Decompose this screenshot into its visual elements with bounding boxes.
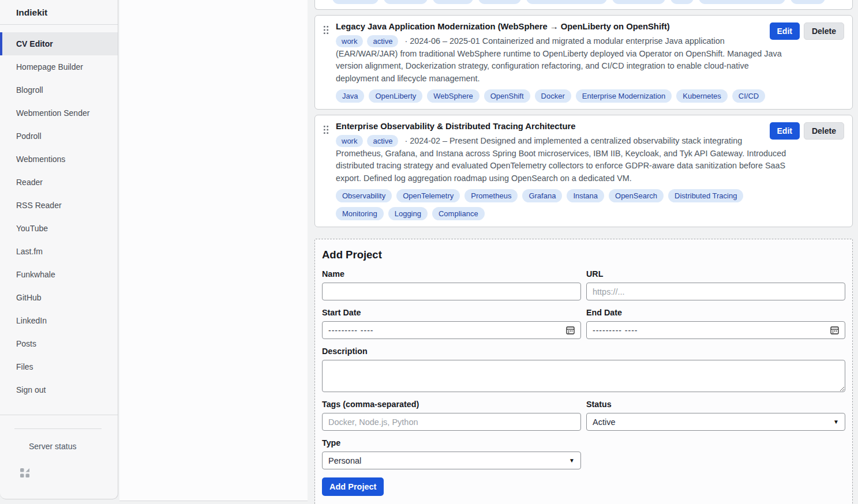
sidebar-item-last-fm[interactable]: Last.fm: [0, 240, 118, 263]
tag-pill-fragment: [699, 0, 785, 4]
delete-button[interactable]: Delete: [804, 122, 844, 140]
end-date-field-group: End Date --------- ----: [586, 308, 845, 339]
project-tag-list: ObservabilityOpenTelemetryPrometheusGraf…: [336, 189, 786, 220]
project-meta: workactive · 2024-02 – Present Designed …: [336, 135, 786, 185]
tag-pill: Enterprise Modernization: [576, 89, 672, 103]
sidebar-item-youtube[interactable]: YouTube: [0, 217, 118, 240]
tag-pill: Prometheus: [464, 189, 518, 202]
name-input[interactable]: [322, 283, 581, 300]
badge-work: work: [336, 135, 363, 147]
sidebar-item-label: YouTube: [16, 224, 48, 233]
sidebar-item-label: CV Editor: [16, 39, 53, 48]
tag-pill: OpenLiberty: [369, 89, 422, 103]
tag-pill: Grafana: [522, 189, 562, 202]
name-field-group: Name: [322, 269, 581, 300]
project-description: · 2024-06 – 2025-01 Containerized and mi…: [336, 36, 782, 83]
tag-pill-fragment: [790, 0, 825, 4]
chevron-down-icon: ▼: [833, 419, 839, 425]
drag-handle-icon[interactable]: [323, 25, 329, 35]
sidebar-item-label: Posts: [16, 339, 36, 348]
end-date-input[interactable]: --------- ----: [586, 321, 845, 339]
sidebar-item-label: Funkwhale: [16, 270, 55, 279]
badge-active: active: [367, 35, 398, 47]
tag-pill-fragment: [670, 0, 694, 4]
project-tag-list: JavaOpenLibertyWebSphereOpenShiftDockerE…: [336, 89, 786, 103]
sidebar-footer-divider: [14, 428, 102, 429]
project-title: Enterprise Observability & Distributed T…: [336, 121, 844, 132]
tag-pill: Java: [336, 89, 364, 103]
project-description: · 2024-02 – Present Designed and impleme…: [336, 136, 786, 183]
drag-handle-icon[interactable]: [323, 125, 329, 134]
start-date-placeholder: --------- ----: [328, 326, 374, 335]
sidebar-item-label: Homepage Builder: [16, 62, 83, 72]
app-title: Indiekit: [0, 0, 118, 25]
tags-field-group: Tags (comma-separated): [322, 400, 581, 431]
sidebar-item-label: Webmentions: [16, 155, 65, 164]
indiekit-logo-icon: [20, 468, 29, 477]
edit-button[interactable]: Edit: [770, 122, 800, 140]
tag-pill: OpenShift: [484, 89, 530, 103]
sidebar-item-blogroll[interactable]: Blogroll: [0, 78, 118, 101]
calendar-icon[interactable]: [830, 326, 839, 334]
sidebar-item-homepage-builder[interactable]: Homepage Builder: [0, 55, 118, 78]
sidebar-item-label: Blogroll: [16, 85, 43, 95]
sidebar-item-webmention-sender[interactable]: Webmention Sender: [0, 101, 118, 125]
sidebar-item-podroll[interactable]: Podroll: [0, 125, 118, 148]
add-project-form: Add Project Name URL Start Date --------…: [314, 239, 853, 504]
tags-input[interactable]: [322, 413, 581, 431]
project-list: Legacy Java Application Modernization (W…: [314, 15, 853, 227]
form-heading: Add Project: [322, 249, 845, 261]
tags-label: Tags (comma-separated): [322, 400, 581, 409]
description-label: Description: [322, 347, 845, 356]
tag-pill: Instana: [567, 189, 604, 202]
tag-pill: Monitoring: [336, 207, 384, 220]
sidebar-item-label: Podroll: [16, 131, 42, 141]
badge-active: active: [367, 135, 398, 147]
type-select[interactable]: Personal ▼: [322, 452, 581, 469]
chevron-down-icon: ▼: [569, 457, 575, 464]
sidebar-item-rss-reader[interactable]: RSS Reader: [0, 194, 118, 217]
sidebar-item-label: RSS Reader: [16, 201, 62, 210]
calendar-icon[interactable]: [566, 326, 575, 334]
type-field-group: Type Personal ▼: [322, 438, 581, 469]
sidebar-item-webmentions[interactable]: Webmentions: [0, 148, 118, 171]
sidebar-item-label: Sign out: [16, 385, 46, 394]
sidebar-item-files[interactable]: Files: [0, 355, 118, 378]
status-select[interactable]: Active ▼: [586, 413, 845, 431]
sidebar-item-label: GitHub: [16, 293, 42, 302]
tag-pill: WebSphere: [427, 89, 479, 103]
sidebar-nav: CV Editor Homepage Builder Blogroll Webm…: [0, 25, 118, 415]
tag-pill: Docker: [535, 89, 571, 103]
project-title: Legacy Java Application Modernization (W…: [336, 21, 844, 32]
tag-pill: Distributed Tracing: [668, 189, 743, 202]
start-date-label: Start Date: [322, 308, 581, 317]
sidebar-item-sign-out[interactable]: Sign out: [0, 378, 118, 401]
server-status-link[interactable]: Server status: [29, 442, 118, 451]
tag-pill-fragment: [526, 0, 607, 4]
truncated-project-card: [314, 0, 853, 10]
sidebar-item-reader[interactable]: Reader: [0, 171, 118, 194]
sidebar-item-github[interactable]: GitHub: [0, 286, 118, 309]
sidebar-footer: Server status: [0, 415, 118, 477]
add-project-button[interactable]: Add Project: [322, 477, 384, 496]
tag-pill-fragment: [332, 0, 379, 4]
delete-button[interactable]: Delete: [804, 22, 844, 40]
start-date-input[interactable]: --------- ----: [322, 321, 581, 339]
url-input[interactable]: [586, 283, 845, 300]
sidebar-item-label: LinkedIn: [16, 316, 47, 325]
sidebar-item-cv-editor[interactable]: CV Editor: [0, 32, 118, 55]
preview-panel: [119, 0, 308, 501]
sidebar-item-funkwhale[interactable]: Funkwhale: [0, 263, 118, 286]
tag-pill: Logging: [388, 207, 428, 220]
sidebar-item-posts[interactable]: Posts: [0, 332, 118, 355]
description-textarea[interactable]: [322, 360, 845, 392]
project-card: Legacy Java Application Modernization (W…: [314, 15, 853, 110]
truncated-tag-row: [332, 0, 825, 4]
edit-button[interactable]: Edit: [770, 22, 800, 40]
badge-work: work: [336, 35, 363, 47]
tag-pill-fragment: [478, 0, 521, 4]
sidebar-item-linkedin[interactable]: LinkedIn: [0, 309, 118, 332]
tag-pill-fragment: [433, 0, 473, 4]
start-date-field-group: Start Date --------- ----: [322, 308, 581, 339]
tag-pill-fragment: [384, 0, 428, 4]
